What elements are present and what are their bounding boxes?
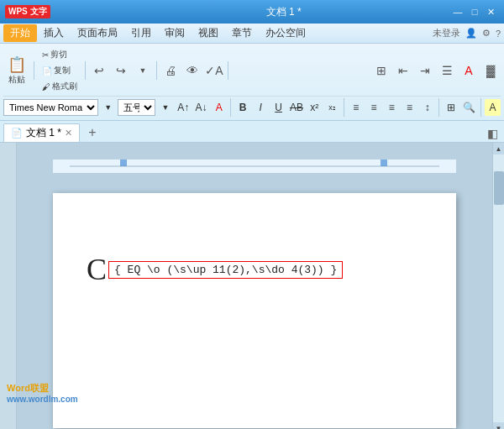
menu-bar: 开始 插入 页面布局 引用 审阅 视图 章节 办公空间 未登录 👤 ⚙ ?: [0, 24, 504, 44]
svg-rect-2: [120, 160, 127, 166]
doc-scroll-area[interactable]: C { EQ \o (\s\up 11(2),\s\do 4(3)) } Wor…: [17, 143, 492, 429]
menu-review[interactable]: 审阅: [158, 24, 192, 42]
separator-2: [85, 61, 86, 80]
scroll-track[interactable]: [493, 154, 505, 422]
strikethrough-button[interactable]: AB: [288, 99, 304, 116]
separator-4: [228, 61, 228, 80]
left-panel-icon: [0, 143, 17, 160]
font-size-increase[interactable]: A↑: [176, 99, 192, 116]
superscript-button[interactable]: x²: [307, 99, 323, 116]
title-bar-left: WPS 文字: [5, 5, 50, 18]
svg-rect-3: [381, 160, 387, 166]
font-name-dropdown[interactable]: ▼: [100, 99, 116, 116]
tab-close-button[interactable]: ✕: [65, 128, 72, 139]
separator-5: [230, 98, 231, 117]
close-button[interactable]: ✕: [484, 5, 499, 18]
menu-page-layout[interactable]: 页面布局: [71, 24, 124, 42]
bold-button[interactable]: B: [234, 99, 250, 116]
cut-button[interactable]: ✂ 剪切: [38, 47, 81, 62]
shading-button[interactable]: A: [485, 99, 501, 116]
title-bar-controls[interactable]: — □ ✕: [450, 5, 499, 18]
font-color-btn2[interactable]: A: [211, 99, 227, 116]
spellcheck-button[interactable]: ✓A: [204, 61, 224, 80]
menu-references[interactable]: 引用: [124, 24, 158, 42]
scroll-down-button[interactable]: ▼: [493, 422, 505, 429]
tab-bar: 📄 文档 1 * ✕ + ◧: [0, 121, 504, 143]
indent-left-button[interactable]: ⇤: [393, 61, 413, 80]
paste-label: 粘贴: [8, 74, 25, 86]
minimize-button[interactable]: —: [450, 5, 465, 18]
copy-button[interactable]: 📄 复制: [38, 63, 81, 78]
doc-area: C { EQ \o (\s\up 11(2),\s\do 4(3)) } Wor…: [0, 143, 504, 429]
formula-field[interactable]: { EQ \o (\s\up 11(2),\s\do 4(3)) }: [108, 261, 343, 279]
separator-1: [34, 61, 34, 80]
scroll-thumb[interactable]: [494, 171, 504, 205]
highlight-button[interactable]: ▓: [480, 61, 501, 80]
sidebar-toggle-button[interactable]: ◧: [484, 125, 501, 142]
vertical-scrollbar[interactable]: ▲ ▼: [492, 143, 504, 429]
maximize-button[interactable]: □: [467, 5, 482, 18]
menu-office-space[interactable]: 办公空间: [259, 24, 312, 42]
clipboard-col: ✂ 剪切 📄 复制 🖌 格式刷: [38, 47, 81, 94]
help-icon[interactable]: ?: [496, 29, 501, 39]
tab-add-button[interactable]: +: [83, 123, 102, 142]
login-status[interactable]: 未登录: [433, 27, 460, 39]
scroll-up-button[interactable]: ▲: [493, 143, 505, 154]
menu-chapter[interactable]: 章节: [225, 24, 259, 42]
format-brush-button[interactable]: 🖌 格式刷: [38, 79, 81, 94]
content-prefix: C: [87, 252, 107, 287]
table-insert-button[interactable]: ⊞: [443, 99, 459, 116]
format-brush-icon: 🖌: [42, 82, 50, 92]
title-bar-title: 文档 1 *: [266, 5, 302, 19]
ruler-svg: [53, 160, 456, 173]
menu-start[interactable]: 开始: [3, 24, 37, 42]
tab-icon: 📄: [11, 128, 23, 139]
menu-insert[interactable]: 插入: [37, 24, 71, 42]
indent-right-button[interactable]: ⇥: [415, 61, 435, 80]
separator-7: [438, 98, 439, 117]
underline-button[interactable]: U: [270, 99, 286, 116]
doc-content[interactable]: C { EQ \o (\s\up 11(2),\s\do 4(3)) }: [87, 252, 423, 287]
paste-icon: 📋: [8, 55, 26, 74]
menu-view[interactable]: 视图: [192, 24, 225, 42]
title-bar: WPS 文字 文档 1 * — □ ✕: [0, 0, 504, 24]
ruler: [53, 160, 456, 173]
font-size-decrease[interactable]: A↓: [193, 99, 209, 116]
cut-icon: ✂: [42, 50, 49, 60]
font-color-button[interactable]: A: [459, 61, 479, 80]
separator-6: [344, 98, 344, 117]
font-size-select[interactable]: 五号: [118, 99, 155, 116]
font-name-select[interactable]: Times New Roma: [3, 99, 98, 116]
italic-button[interactable]: I: [253, 99, 269, 116]
watermark: Word联盟 www.wordlm.com: [17, 382, 78, 404]
align-left-button[interactable]: ≡: [348, 99, 364, 116]
copy-icon: 📄: [42, 66, 52, 76]
separator-8: [480, 98, 481, 117]
doc-page[interactable]: C { EQ \o (\s\up 11(2),\s\do 4(3)) }: [53, 193, 456, 428]
align-right-button[interactable]: ≡: [384, 99, 400, 116]
watermark-line1: Word联盟: [17, 382, 78, 395]
redo-button[interactable]: ↪: [111, 61, 131, 80]
tab-doc1[interactable]: 📄 文档 1 * ✕: [3, 123, 80, 142]
tab-bar-right: ◧: [484, 125, 501, 142]
tab-label: 文档 1 *: [26, 126, 61, 140]
undo-button[interactable]: ↩: [89, 61, 109, 80]
toolbar-row2: Times New Roma ▼ 五号 ▼ A↑ A↓ A B I U AB x…: [3, 97, 501, 118]
separator-3: [156, 61, 157, 80]
print-button[interactable]: 🖨: [160, 61, 181, 80]
undo-history-button[interactable]: ▼: [133, 61, 153, 80]
print-preview-button[interactable]: 👁: [182, 61, 202, 80]
toolbar-area: 📋 粘贴 ✂ 剪切 📄 复制 🖌 格式刷 ↩ ↪: [0, 44, 504, 121]
font-size-dropdown[interactable]: ▼: [157, 99, 173, 116]
table-button[interactable]: ⊞: [371, 61, 391, 80]
menu-right: 未登录 👤 ⚙ ?: [433, 27, 501, 39]
settings-icon[interactable]: ⚙: [482, 28, 491, 39]
paste-button[interactable]: 📋 粘贴: [3, 55, 30, 86]
line-spacing-button[interactable]: ↕: [419, 99, 435, 116]
subscript-button[interactable]: x₂: [324, 99, 340, 116]
find-replace-button[interactable]: 🔍: [461, 99, 477, 116]
align-justify-button[interactable]: ≡: [402, 99, 417, 116]
watermark-line2: www.wordlm.com: [17, 395, 78, 404]
align-center-button[interactable]: ≡: [365, 99, 381, 116]
align-distribute-button[interactable]: ☰: [437, 61, 457, 80]
